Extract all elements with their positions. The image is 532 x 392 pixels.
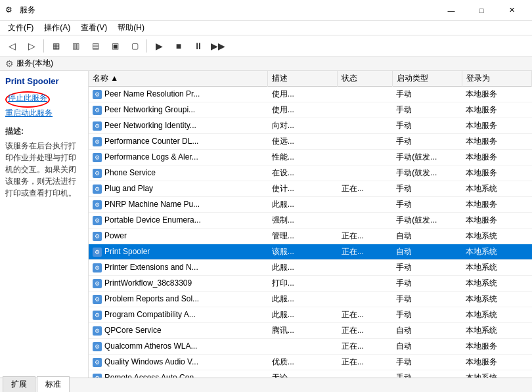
close-button[interactable]: ✕	[497, 0, 527, 21]
table-row[interactable]: ⚙Printer Extensions and N...此服...手动本地系统	[89, 260, 532, 276]
table-row[interactable]: ⚙PNRP Machine Name Pu...此服...手动本地服务	[89, 197, 532, 213]
col-header-start[interactable]: 启动类型	[392, 71, 462, 87]
table-row[interactable]: ⚙Portable Device Enumera...强制...手动(鼓发...…	[89, 213, 532, 229]
toolbar-forward[interactable]: ▷	[22, 37, 41, 54]
table-row[interactable]: ⚙Peer Networking Identity...向对...手动本地服务	[89, 118, 532, 134]
service-status-cell	[338, 260, 392, 276]
menu-action[interactable]: 操作(A)	[39, 21, 76, 35]
toolbar-btn3[interactable]: ▤	[86, 37, 104, 54]
col-header-login[interactable]: 登录为	[462, 71, 531, 87]
table-row[interactable]: ⚙Phone Service在设...手动(鼓发...本地服务	[89, 165, 532, 181]
table-scroll[interactable]: 名称 ▲ 描述 状态 启动类型 登录为 ⚙Peer Name Resolutio…	[89, 71, 532, 378]
toolbar-btn2[interactable]: ▥	[66, 37, 85, 54]
table-row[interactable]: ⚙Qualcomm Atheros WLA...正在...自动本地服务	[89, 339, 532, 355]
services-table: 名称 ▲ 描述 状态 启动类型 登录为 ⚙Peer Name Resolutio…	[89, 71, 532, 378]
menu-help[interactable]: 帮助(H)	[112, 21, 150, 35]
service-desc-cell: 使用...	[268, 102, 338, 118]
breadcrumb-bar: ⚙ 服务(本地)	[0, 56, 532, 71]
table-row[interactable]: ⚙QPCore Service腾讯...正在...自动本地系统	[89, 323, 532, 339]
service-desc-cell: 强制...	[268, 213, 338, 229]
toolbar-play[interactable]: ▶	[150, 37, 168, 54]
service-name-cell: ⚙Plug and Play	[89, 181, 268, 197]
service-desc-cell: 此服...	[268, 307, 338, 323]
service-name-cell: ⚙Program Compatibility A...	[89, 307, 268, 323]
toolbar-restart[interactable]: ▶▶	[209, 37, 227, 54]
desc-title: 描述:	[5, 125, 83, 137]
sidebar-title: Print Spooler	[5, 76, 83, 86]
menu-bar: 文件(F) 操作(A) 查看(V) 帮助(H)	[0, 21, 532, 35]
service-status-cell	[338, 87, 392, 102]
toolbar-btn4[interactable]: ▣	[106, 37, 124, 54]
tab-standard[interactable]: 标准	[37, 376, 70, 392]
toolbar-back[interactable]: ◁	[3, 37, 21, 54]
service-start-cell: 手动	[392, 118, 462, 134]
desc-text: 该服务在后台执行打印作业并处理与打印机的交互。如果关闭该服务，则无法进行打印或查…	[5, 141, 76, 198]
table-row[interactable]: ⚙Performance Logs & Aler...性能...手动(鼓发...…	[89, 150, 532, 165]
window-title: 服务	[20, 5, 35, 16]
service-status-cell	[338, 213, 392, 229]
service-start-cell: 手动	[392, 307, 462, 323]
table-row[interactable]: ⚙Quality Windows Audio V...优质...正在...手动本…	[89, 355, 532, 370]
tab-expand[interactable]: 扩展	[3, 376, 35, 392]
breadcrumb-icon: ⚙	[5, 58, 14, 69]
menu-view[interactable]: 查看(V)	[76, 21, 112, 35]
service-status-cell	[338, 165, 392, 181]
service-name-cell: ⚙Peer Name Resolution Pr...	[89, 87, 268, 102]
service-login-cell: 本地服务	[462, 102, 531, 118]
service-status-cell: 正在...	[338, 307, 392, 323]
col-header-name[interactable]: 名称 ▲	[89, 71, 268, 87]
toolbar-up[interactable]: ▦	[47, 37, 65, 54]
service-status-cell	[338, 292, 392, 307]
stop-service-link[interactable]: 停止此服务	[8, 93, 47, 104]
content-area: 名称 ▲ 描述 状态 启动类型 登录为 ⚙Peer Name Resolutio…	[89, 71, 532, 378]
service-login-cell: 本地系统	[462, 229, 531, 244]
table-row[interactable]: ⚙Problem Reports and Sol...此服...手动本地系统	[89, 292, 532, 307]
service-start-cell: 自动	[392, 229, 462, 244]
service-name-cell: ⚙Phone Service	[89, 165, 268, 181]
maximize-button[interactable]: □	[466, 0, 497, 21]
service-start-cell: 手动	[392, 276, 462, 292]
service-start-cell: 手动	[392, 134, 462, 150]
service-start-cell: 手动	[392, 181, 462, 197]
table-row[interactable]: ⚙Plug and Play使计...正在...手动本地系统	[89, 181, 532, 197]
service-start-cell: 手动	[392, 370, 462, 378]
col-header-desc[interactable]: 描述	[268, 71, 338, 87]
service-status-cell	[338, 118, 392, 134]
table-row[interactable]: ⚙Print Spooler该服...正在...自动本地系统	[89, 244, 532, 260]
service-status-cell	[338, 197, 392, 213]
service-name-cell: ⚙Peer Networking Groupi...	[89, 102, 268, 118]
service-name-cell: ⚙Remote Access Auto Con...	[89, 370, 268, 378]
service-desc-cell: 腾讯...	[268, 323, 338, 339]
restart-service-link[interactable]: 重启动此服务	[5, 108, 83, 119]
service-start-cell: 手动	[392, 102, 462, 118]
table-row[interactable]: ⚙Power管理...正在...自动本地系统	[89, 229, 532, 244]
service-desc-cell: 性能...	[268, 150, 338, 165]
toolbar-pause[interactable]: ⏸	[189, 37, 208, 54]
table-row[interactable]: ⚙Peer Name Resolution Pr...使用...手动本地服务	[89, 87, 532, 102]
minimize-button[interactable]: —	[436, 0, 466, 21]
app-icon: ⚙	[5, 5, 16, 16]
service-name-cell: ⚙QPCore Service	[89, 323, 268, 339]
table-row[interactable]: ⚙Peer Networking Groupi...使用...手动本地服务	[89, 102, 532, 118]
service-name-cell: ⚙Portable Device Enumera...	[89, 213, 268, 229]
table-row[interactable]: ⚙Program Compatibility A...此服...正在...手动本…	[89, 307, 532, 323]
toolbar-stop[interactable]: ■	[169, 37, 188, 54]
service-login-cell: 本地系统	[462, 323, 531, 339]
col-header-status[interactable]: 状态	[338, 71, 392, 87]
service-login-cell: 本地系统	[462, 276, 531, 292]
services-tbody: ⚙Peer Name Resolution Pr...使用...手动本地服务⚙P…	[89, 87, 532, 378]
menu-file[interactable]: 文件(F)	[3, 21, 39, 35]
service-login-cell: 本地服务	[462, 355, 531, 370]
breadcrumb-text: 服务(本地)	[16, 58, 53, 69]
service-name-cell: ⚙Quality Windows Audio V...	[89, 355, 268, 370]
table-row[interactable]: ⚙PrintWorkflow_38c83309打印...手动本地系统	[89, 276, 532, 292]
service-start-cell: 自动	[392, 244, 462, 260]
sidebar-description: 描述: 该服务在后台执行打印作业并处理与打印机的交互。如果关闭该服务，则无法进行…	[5, 125, 83, 199]
service-status-cell	[338, 102, 392, 118]
service-desc-cell: 此服...	[268, 197, 338, 213]
service-status-cell: 正在...	[338, 229, 392, 244]
service-desc-cell: 向对...	[268, 118, 338, 134]
toolbar-btn5[interactable]: ▢	[125, 37, 144, 54]
table-row[interactable]: ⚙Remote Access Auto Con...无论...手动本地系统	[89, 370, 532, 378]
table-row[interactable]: ⚙Performance Counter DL...使远...手动本地服务	[89, 134, 532, 150]
